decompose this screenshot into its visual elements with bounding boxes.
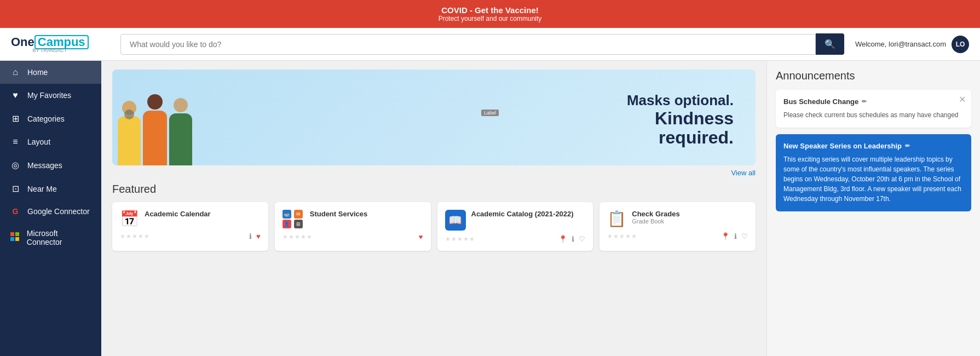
sidebar-item-google-connector[interactable]: G Google Connector xyxy=(0,200,101,222)
stars-1: ★★★★★ xyxy=(120,233,150,240)
card-actions-2: ♥ xyxy=(419,233,423,241)
user-area: Welcome, lori@transact.com LO xyxy=(855,36,969,53)
card-top-1: 📅 Academic Calendar xyxy=(120,210,261,228)
carousel: Masks optional. Kindness required. Label xyxy=(112,70,756,165)
carousel-text: Masks optional. Kindness required. xyxy=(192,93,745,147)
sidebar-item-my-favorites[interactable]: ♥ My Favorites xyxy=(0,84,101,107)
announcements-title: Announcements xyxy=(776,70,971,82)
svg-rect-0 xyxy=(10,232,14,236)
location-icon-3[interactable]: 📍 xyxy=(558,235,567,243)
sidebar-label-layout: Layout xyxy=(27,137,50,146)
svg-rect-2 xyxy=(10,237,14,241)
card-bottom-3: ★★★★★ 📍 ℹ ♡ xyxy=(445,235,586,243)
search-button[interactable]: 🔍 xyxy=(816,33,844,55)
user-avatar[interactable]: LO xyxy=(952,36,969,53)
featured-card-academic-catalog: 📖 Academic Catalog (2021-2022) ★★★★★ 📍 ℹ… xyxy=(437,202,593,251)
card-bottom-1: ★★★★★ ℹ ♥ xyxy=(120,232,261,240)
google-icon: G xyxy=(10,207,21,216)
stars-2: ★★★★★ xyxy=(283,233,313,240)
heart-icon-1[interactable]: ♥ xyxy=(256,232,261,240)
logo-one: One xyxy=(11,35,34,49)
layout-icon: ≡ xyxy=(10,137,21,147)
edit-icon-1[interactable]: ✏ xyxy=(862,98,867,105)
heart-icon-4[interactable]: ♡ xyxy=(741,232,748,240)
student-services-icon: 🚌 ✉ 👤 ⊞ xyxy=(283,210,304,228)
logo: OneCampus BY TRANSACT xyxy=(11,35,109,53)
banner-subtitle: Protect yourself and our community xyxy=(5,15,975,22)
top-banner: COVID - Get the Vaccine! Protect yoursel… xyxy=(0,0,980,28)
messages-icon: ◎ xyxy=(10,160,21,170)
info-icon-4[interactable]: ℹ xyxy=(734,232,737,240)
header: OneCampus BY TRANSACT 🔍 Welcome, lori@tr… xyxy=(0,28,980,61)
card-actions-4: 📍 ℹ ♡ xyxy=(721,232,748,240)
card-info-3: Academic Catalog (2021-2022) xyxy=(471,210,574,218)
sidebar-label-google: Google Connector xyxy=(27,207,90,216)
sidebar-item-layout[interactable]: ≡ Layout xyxy=(0,130,101,153)
card-title-3: Academic Catalog (2021-2022) xyxy=(471,210,574,218)
edit-icon-2[interactable]: ✏ xyxy=(905,142,910,150)
location-icon: ⊡ xyxy=(10,183,21,194)
carousel-line-2: Kindness xyxy=(192,109,734,128)
announcement-card-speaker: New Speaker Series on Leadership ✏ This … xyxy=(776,134,971,211)
sidebar-item-home[interactable]: ⌂ Home xyxy=(0,61,101,84)
home-icon: ⌂ xyxy=(10,67,21,77)
heart-icon-2[interactable]: ♥ xyxy=(419,233,423,241)
person-2-head xyxy=(147,94,163,110)
ann-body-2: This exciting series will cover multiple… xyxy=(783,154,964,204)
ann-title-2: New Speaker Series on Leadership ✏ xyxy=(783,142,964,150)
person-3-head xyxy=(174,98,188,112)
svg-rect-1 xyxy=(15,232,19,236)
right-panel: Announcements ✕ Bus Schedule Change ✏ Pl… xyxy=(766,61,980,356)
grid-icon: ⊞ xyxy=(10,113,21,124)
featured-card-check-grades: 📋 Check Grades Grade Book ★★★★★ 📍 ℹ ♡ xyxy=(599,202,756,251)
card-actions-1: ℹ ♥ xyxy=(249,232,261,240)
location-icon-4[interactable]: 📍 xyxy=(721,232,730,240)
info-icon-3[interactable]: ℹ xyxy=(572,235,574,243)
search-container: 🔍 xyxy=(120,33,844,55)
person-3-body xyxy=(169,113,192,165)
sidebar-label-categories: Categories xyxy=(27,114,65,123)
card-title-2: Student Services xyxy=(310,210,368,218)
sidebar-item-near-me[interactable]: ⊡ Near Me xyxy=(0,177,101,200)
clipboard-icon: 📋 xyxy=(607,210,626,228)
sidebar-label-near-me: Near Me xyxy=(27,185,57,193)
card-top-3: 📖 Academic Catalog (2021-2022) xyxy=(445,210,586,231)
featured-card-academic-calendar: 📅 Academic Calendar ★★★★★ ℹ ♥ xyxy=(112,202,268,251)
sidebar-label-home: Home xyxy=(27,68,48,77)
close-button-bus[interactable]: ✕ xyxy=(959,94,966,105)
carousel-figures xyxy=(118,75,192,165)
view-all-link[interactable]: View all xyxy=(112,168,756,177)
person-3 xyxy=(169,98,192,165)
book-icon: 📖 xyxy=(445,210,466,231)
card-info-1: Academic Calendar xyxy=(145,210,211,218)
calendar-icon: 📅 xyxy=(120,210,139,228)
main-layout: ⌂ Home ♥ My Favorites ⊞ Categories ≡ Lay… xyxy=(0,61,980,356)
card-top-4: 📋 Check Grades Grade Book xyxy=(607,210,748,228)
welcome-text: Welcome, lori@transact.com xyxy=(855,40,946,48)
carousel-line-3: required. xyxy=(192,128,734,147)
sidebar-item-messages[interactable]: ◎ Messages xyxy=(0,153,101,177)
ann-body-1: Please check current bus schedules as ma… xyxy=(783,110,964,120)
sidebar-item-microsoft-connector[interactable]: Microsoft Connector xyxy=(0,222,101,253)
heart-icon-3[interactable]: ♡ xyxy=(579,235,585,243)
person-2-body xyxy=(143,111,167,165)
stars-4: ★★★★★ xyxy=(607,233,637,240)
card-subtitle-4: Grade Book xyxy=(632,218,679,225)
ann-header-1: Bus Schedule Change ✏ xyxy=(783,97,964,106)
info-icon-1[interactable]: ℹ xyxy=(249,232,252,240)
featured-grid: 📅 Academic Calendar ★★★★★ ℹ ♥ xyxy=(112,202,756,251)
card-title-1: Academic Calendar xyxy=(145,210,211,218)
card-info-2: Student Services xyxy=(310,210,368,218)
sidebar-label-favorites: My Favorites xyxy=(27,91,71,100)
microsoft-icon xyxy=(10,232,20,243)
search-input[interactable] xyxy=(120,34,816,55)
card-info-4: Check Grades Grade Book xyxy=(632,210,679,225)
sidebar-item-categories[interactable]: ⊞ Categories xyxy=(0,107,101,130)
card-title-4: Check Grades xyxy=(632,210,679,218)
announcement-card-bus: ✕ Bus Schedule Change ✏ Please check cur… xyxy=(776,90,971,128)
featured-section: Featured 📅 Academic Calendar ★★★★★ ℹ xyxy=(112,183,756,251)
card-actions-3: 📍 ℹ ♡ xyxy=(558,235,585,243)
content-area: Masks optional. Kindness required. Label… xyxy=(101,61,766,356)
carousel-label-badge: Label xyxy=(481,110,499,116)
sidebar-label-messages: Messages xyxy=(27,161,62,170)
